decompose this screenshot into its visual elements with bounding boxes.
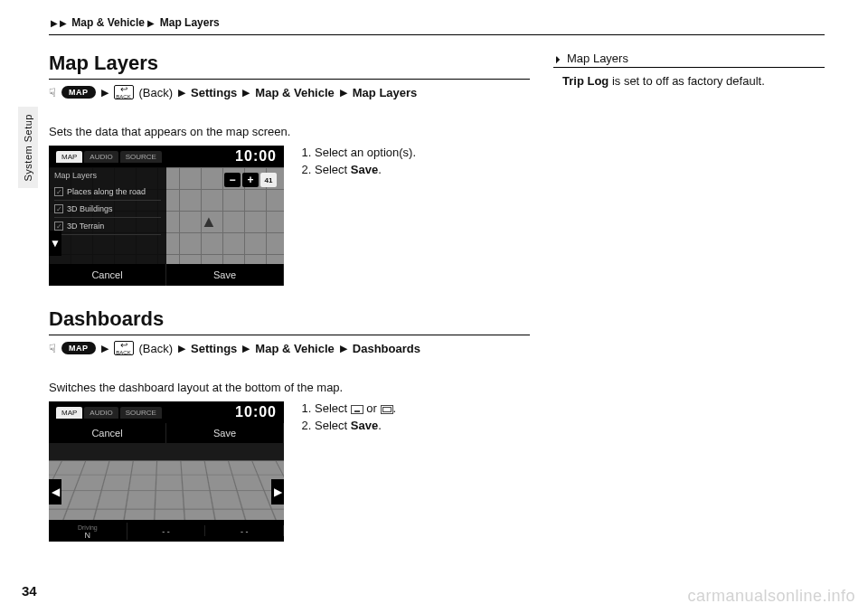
- breadcrumb-a: Map & Vehicle: [71, 16, 145, 29]
- nav-path: ☟ MAP ▶ BACK (Back) ▶ Settings ▶ Map & V…: [49, 335, 530, 364]
- section-description: Switches the dashboard layout at the bot…: [49, 381, 530, 394]
- path-mv: Map & Vehicle: [255, 342, 334, 355]
- double-chevron-icon: ⏵: [553, 53, 563, 64]
- zoom-in-icon: +: [242, 173, 259, 187]
- back-icon: BACK: [114, 85, 134, 99]
- tab-audio: AUDIO: [84, 407, 118, 419]
- map-button-icon: MAP: [61, 86, 96, 99]
- clock: 10:00: [235, 148, 277, 165]
- watermark: carmanualsonline.info: [687, 587, 855, 606]
- page-number: 34: [22, 583, 37, 599]
- chevron-icon: ▶: [340, 87, 347, 99]
- step: Select Save.: [315, 163, 416, 176]
- step: Select or .: [315, 401, 396, 415]
- clock: 10:00: [235, 404, 277, 420]
- section-title: Dashboards: [49, 307, 530, 331]
- step: Select Save.: [315, 419, 396, 432]
- chevron-icon: ▶: [178, 343, 185, 354]
- chevron-icon: ▶: [242, 343, 250, 354]
- back-label: (Back): [139, 86, 174, 99]
- steps-list: Select an option(s). Select Save.: [298, 146, 416, 180]
- tab-source: SOURCE: [120, 151, 162, 163]
- tab-map: MAP: [56, 151, 82, 163]
- dashboard-layout-b-icon: [381, 405, 393, 414]
- section-map-layers: Map Layers ☟ MAP ▶ BACK (Back) ▶ Setting…: [49, 52, 530, 108]
- sidebar-heading: ⏵Map Layers: [553, 52, 825, 67]
- path-mv: Map & Vehicle: [255, 86, 334, 99]
- checkbox-icon: ✓: [54, 204, 63, 213]
- zoom-badge: 41: [260, 173, 277, 187]
- back-icon: BACK: [114, 341, 134, 355]
- list-item: ✓3D Terrain: [54, 218, 161, 235]
- breadcrumb: ▶▶ Map & Vehicle ▶ Map Layers: [49, 16, 825, 34]
- hand-icon: ☟: [49, 342, 56, 355]
- checkbox-icon: ✓: [54, 187, 63, 196]
- path-settings: Settings: [191, 342, 237, 355]
- side-tab-label: System Setup: [23, 114, 33, 181]
- chevron-icon: ▶: [101, 87, 108, 99]
- chevron-icon: ▶: [60, 18, 67, 28]
- chevron-icon: ▶: [101, 343, 108, 354]
- tab-map: MAP: [56, 407, 82, 419]
- chevron-icon: ▶: [242, 87, 250, 99]
- steps-list: Select or . Select Save.: [298, 401, 396, 436]
- zoom-out-icon: −: [224, 173, 241, 187]
- save-button: Save: [166, 423, 284, 443]
- list-item: ✓Places along the road: [54, 184, 161, 201]
- zoom-controls: − + 41: [224, 173, 277, 187]
- dash-segment: - -: [205, 525, 284, 536]
- screenshot-map-layers: MAP AUDIO SOURCE 10:00 Map Layers ✓Place…: [49, 146, 284, 286]
- sidebar-body: Trip Log is set to off as factory defaul…: [553, 73, 825, 90]
- cursor-icon: ▲: [201, 212, 217, 231]
- checkbox-icon: ✓: [54, 222, 63, 231]
- chevron-icon: ▶: [147, 18, 155, 28]
- step: Select an option(s).: [315, 146, 416, 159]
- sidebar-note: ⏵Map Layers Trip Log is set to off as fa…: [553, 52, 825, 542]
- side-tab: System Setup: [18, 107, 38, 188]
- arrow-right-icon: ▶: [271, 479, 284, 505]
- panel-title: Map Layers: [54, 171, 161, 180]
- path-leaf: Map Layers: [353, 86, 418, 99]
- hand-icon: ☟: [49, 86, 56, 99]
- map-button-icon: MAP: [61, 342, 96, 354]
- list-item: ✓3D Buildings: [54, 201, 161, 218]
- dash-segment: - -: [127, 525, 206, 536]
- section-title: Map Layers: [49, 52, 530, 75]
- chevron-icon: ▶: [178, 87, 185, 99]
- tab-audio: AUDIO: [84, 151, 118, 163]
- section-dashboards: Dashboards ☟ MAP ▶ BACK (Back) ▶ Setting…: [49, 307, 530, 364]
- screenshot-dashboards: MAP AUDIO SOURCE 10:00 Cancel Save ◀ ▶: [49, 401, 284, 542]
- path-leaf: Dashboards: [353, 342, 420, 355]
- dash-segment: DrivingN: [49, 523, 127, 540]
- section-description: Sets the data that appears on the map sc…: [49, 125, 530, 138]
- path-settings: Settings: [191, 86, 237, 99]
- map-grid-3d: [49, 460, 284, 520]
- back-label: (Back): [139, 342, 174, 355]
- save-button: Save: [166, 264, 284, 286]
- arrow-left-icon: ◀: [49, 479, 61, 505]
- tab-source: SOURCE: [120, 407, 162, 419]
- cancel-button: Cancel: [49, 423, 166, 443]
- layers-panel: Map Layers ✓Places along the road ✓3D Bu…: [49, 167, 166, 264]
- chevron-icon: ▶: [340, 343, 347, 354]
- chevron-icon: ▶: [51, 18, 58, 28]
- dashboard-bar: DrivingN - - - -: [49, 520, 284, 542]
- breadcrumb-b: Map Layers: [160, 16, 220, 29]
- nav-path: ☟ MAP ▶ BACK (Back) ▶ Settings ▶ Map & V…: [49, 80, 530, 108]
- cancel-button: Cancel: [49, 264, 166, 286]
- arrow-down-icon: ▼: [49, 231, 61, 256]
- dashboard-layout-a-icon: [351, 405, 363, 414]
